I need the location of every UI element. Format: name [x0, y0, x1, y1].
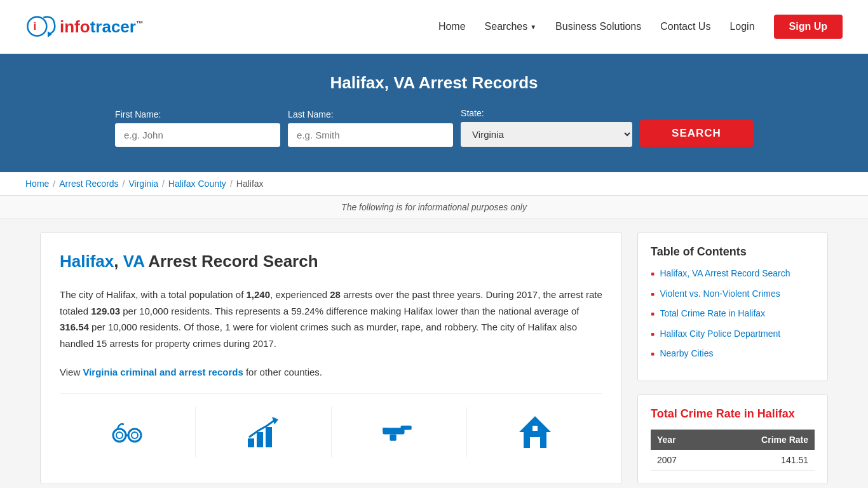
toc-box: Table of Contents ▪ Halifax, VA Arrest R…	[637, 232, 828, 381]
breadcrumb-halifax-county[interactable]: Halifax County	[168, 179, 226, 189]
breadcrumb-arrest-records[interactable]: Arrest Records	[59, 179, 118, 189]
title-city: Halifax	[60, 252, 114, 271]
first-name-group: First Name:	[115, 109, 280, 147]
toc-link-2[interactable]: Violent vs. Non-Violent Crimes	[660, 288, 780, 301]
house-icon	[516, 413, 554, 451]
toc-bullet-4: ▪	[651, 328, 654, 342]
logo-icon: i	[25, 11, 57, 43]
svg-point-4	[128, 429, 141, 442]
row-year: 2007	[651, 450, 709, 471]
icons-row	[60, 393, 602, 458]
toc-bullet-5: ▪	[651, 348, 654, 362]
svg-rect-10	[266, 427, 272, 447]
site-header: i infotracer™ Home Searches ▼ Business S…	[0, 0, 868, 54]
breadcrumb: Home / Arrest Records / Virginia / Halif…	[25, 179, 843, 189]
info-bar-text: The following is for informational purpo…	[341, 202, 527, 212]
svg-point-6	[116, 432, 123, 438]
crime-rate-table: Year Crime Rate 2007 141.51	[651, 430, 815, 471]
svg-rect-8	[248, 438, 254, 447]
gun-icon	[380, 413, 418, 451]
state-label: State:	[461, 108, 484, 118]
body-text-4: per 10,000 residents. This represents a …	[120, 306, 579, 316]
search-button[interactable]: SEARCH	[640, 120, 753, 147]
virginia-records-link[interactable]: Virginia criminal and arrest records	[83, 367, 243, 377]
state-select[interactable]: Virginia Alabama Alaska California Flori…	[461, 122, 632, 147]
nav-home[interactable]: Home	[438, 21, 466, 32]
login-button[interactable]: Login	[729, 21, 754, 32]
article-body-paragraph: The city of Halifax, with a total popula…	[60, 287, 602, 351]
body-arrest-rate: 129.03	[91, 306, 120, 316]
breadcrumb-home[interactable]: Home	[25, 179, 49, 189]
svg-rect-13	[400, 425, 411, 430]
state-group: State: Virginia Alabama Alaska Californi…	[461, 108, 632, 147]
toc-item-4: ▪ Halifax City Police Department	[651, 328, 815, 342]
row-rate: 141.51	[709, 450, 815, 471]
breadcrumb-halifax: Halifax	[236, 179, 264, 189]
breadcrumb-sep-2: /	[123, 179, 125, 189]
crime-rate-box: Total Crime Rate in Halifax Year Crime R…	[637, 394, 828, 484]
icon-property-crimes	[467, 407, 602, 458]
toc-link-1[interactable]: Halifax, VA Arrest Record Search	[660, 268, 790, 280]
toc-bullet-1: ▪	[651, 268, 654, 281]
toc-title: Table of Contents	[651, 245, 815, 259]
chart-icon	[244, 413, 282, 451]
article-section: Halifax, VA Arrest Record Search The cit…	[40, 232, 622, 484]
body-arrests: 28	[330, 289, 341, 300]
breadcrumb-sep-4: /	[230, 179, 233, 189]
article-body-link-paragraph: View Virginia criminal and arrest record…	[60, 364, 602, 381]
title-rest: Arrest Record Search	[144, 252, 318, 271]
toc-list: ▪ Halifax, VA Arrest Record Search ▪ Vio…	[651, 268, 815, 362]
first-name-input[interactable]	[115, 123, 280, 147]
breadcrumb-sep-1: /	[53, 179, 55, 189]
article-link-suffix: for other counties.	[243, 367, 322, 377]
body-text-1: The city of Halifax, with a total popula…	[60, 289, 247, 300]
chevron-down-icon: ▼	[530, 24, 536, 30]
first-name-label: First Name:	[115, 109, 161, 119]
nav-business-solutions[interactable]: Business Solutions	[555, 21, 641, 32]
body-national-avg: 316.54	[60, 322, 89, 332]
icon-crime-rate	[196, 407, 332, 458]
last-name-group: Last Name:	[288, 109, 453, 147]
article-title: Halifax, VA Arrest Record Search	[60, 252, 602, 271]
signup-button[interactable]: Sign Up	[774, 15, 843, 39]
toc-item-3: ▪ Total Crime Rate in Halifax	[651, 308, 815, 322]
body-population: 1,240	[247, 289, 271, 300]
body-text-2: , experienced	[270, 289, 330, 300]
svg-rect-14	[390, 434, 396, 440]
svg-text:i: i	[34, 20, 37, 32]
main-wrapper: Halifax, VA Arrest Record Search The cit…	[27, 232, 841, 484]
breadcrumb-virginia[interactable]: Virginia	[129, 179, 158, 189]
info-bar: The following is for informational purpo…	[0, 196, 868, 219]
search-form: First Name: Last Name: State: Virginia A…	[25, 108, 843, 147]
icon-handcuffs	[60, 407, 196, 458]
col-year: Year	[651, 430, 709, 450]
icon-violent-crimes	[332, 407, 468, 458]
breadcrumb-bar: Home / Arrest Records / Virginia / Halif…	[0, 172, 868, 196]
logo[interactable]: i infotracer™	[25, 11, 144, 43]
svg-point-0	[27, 17, 46, 36]
last-name-label: Last Name:	[288, 109, 334, 119]
breadcrumb-sep-3: /	[162, 179, 165, 189]
handcuffs-icon	[108, 413, 146, 451]
toc-bullet-2: ▪	[651, 288, 654, 302]
crime-box-title: Total Crime Rate in Halifax	[651, 407, 815, 421]
col-crime-rate: Crime Rate	[709, 430, 815, 450]
toc-link-4[interactable]: Halifax City Police Department	[660, 328, 780, 341]
svg-point-3	[113, 429, 126, 442]
hero-section: Halifax, VA Arrest Records First Name: L…	[0, 54, 868, 172]
nav-searches[interactable]: Searches ▼	[485, 21, 537, 32]
nav-contact-us[interactable]: Contact Us	[660, 21, 710, 32]
title-state: VA	[123, 252, 144, 271]
toc-item-2: ▪ Violent vs. Non-Violent Crimes	[651, 288, 815, 302]
title-comma: ,	[114, 252, 123, 271]
svg-rect-18	[532, 426, 538, 431]
toc-link-5[interactable]: Nearby Cities	[660, 348, 713, 360]
svg-point-7	[132, 432, 138, 438]
sidebar: Table of Contents ▪ Halifax, VA Arrest R…	[637, 232, 828, 484]
toc-link-3[interactable]: Total Crime Rate in Halifax	[660, 308, 765, 320]
last-name-input[interactable]	[288, 123, 453, 147]
hero-title: Halifax, VA Arrest Records	[25, 73, 843, 93]
toc-item-1: ▪ Halifax, VA Arrest Record Search	[651, 268, 815, 281]
table-row: 2007 141.51	[651, 450, 815, 471]
toc-item-5: ▪ Nearby Cities	[651, 348, 815, 362]
